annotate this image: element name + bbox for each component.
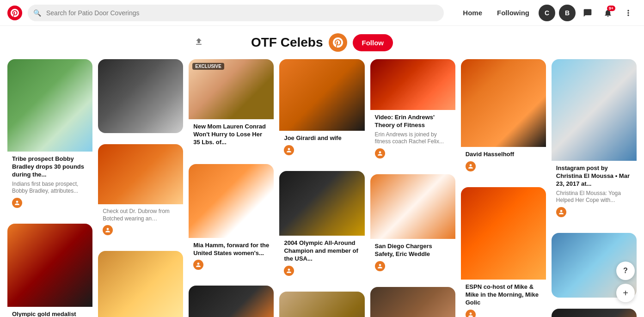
masonry-col-2: EXCLUSIVE New Mom Lauren Conrad Won't Hu… [189,59,274,317]
more-options-icon[interactable] [620,5,637,21]
pin-card[interactable]: Rapper T-Pain [552,309,637,317]
pin-user [284,266,360,276]
masonry-col-0: Tribe prospect Bobby Bradley drops 30 po… [7,59,92,317]
pin-user [284,145,360,155]
masonry-col-5: David Hasselhoff ESPN co-host of Mike & … [461,59,546,317]
pins-grid: Tribe prospect Bobby Bradley drops 30 po… [0,55,644,317]
pin-exclusive-label: EXCLUSIVE [192,63,224,70]
pin-title: David Hasselhoff [466,151,541,158]
pin-avatar [193,260,203,270]
pin-avatar [375,261,385,271]
pin-avatar [375,148,385,158]
board-avatar [329,33,347,52]
pin-title: ESPN co-host of Mike & Mike in the Morni… [466,283,541,307]
search-bar: 🔍 [28,5,444,21]
header-nav: Home Following C B 9+ [457,5,637,21]
pin-card[interactable]: EXCLUSIVE New Mom Lauren Conrad Won't Hu… [189,59,274,153]
pin-avatar [466,161,476,171]
pin-title: New Mom Lauren Conrad Won't Hurry to Los… [193,123,269,146]
pin-card[interactable]: Check out Dr. Dubrow from Botched wearin… [98,144,183,240]
notifications-icon[interactable]: 9+ [600,5,616,21]
pin-card[interactable]: Joe Girardi and wife [279,59,364,160]
pin-title: Tribe prospect Bobby Bradley drops 30 po… [12,155,88,179]
notif-badge: 9+ [607,6,615,11]
pin-sub: Christina El Moussa: Yoga Helped Her Cop… [556,190,632,204]
pin-sub: Check out Dr. Dubrow from Botched wearin… [103,208,178,222]
pin-title: 2004 Olympic All-Around Champion and mem… [284,239,360,263]
pin-user [466,310,541,317]
pin-avatar [103,225,113,235]
masonry-col-3: Joe Girardi and wife 2004 Olympic All-Ar… [279,59,364,317]
pin-avatar [12,198,22,208]
pin-title: Video: Erin Andrews' Theory of Fitness [375,114,451,129]
pin-card[interactable]: David Hasselhoff [461,59,546,176]
pin-user [375,148,451,158]
pin-card[interactable] [98,59,183,133]
pin-card[interactable]: ESPN co-host of Mike & Mike in the Morni… [461,187,546,317]
pin-title: Mia Hamm, forward for the United States … [193,242,269,257]
header: 🔍 Home Following C B 9+ [0,0,644,26]
pin-card[interactable]: andi_dorfman Bachelorette alum Andi Dorf… [98,251,183,317]
pin-title: San Diego Chargers Safety, Eric Weddle [375,243,451,258]
help-button[interactable]: ? [616,262,635,280]
search-input[interactable] [28,5,444,21]
pin-title: Olympic gold medalist Shawn Johnson [12,311,88,317]
nav-home[interactable]: Home [457,5,488,20]
pin-card[interactable]: San Diego Chargers Safety, Eric Weddle [370,174,455,276]
pin-user [375,261,451,271]
pin-card[interactable]: Video: Erin Andrews' Theory of Fitness E… [370,59,455,163]
pin-avatar [284,145,294,155]
pin-user [193,260,269,270]
pinterest-logo[interactable] [7,6,22,20]
pin-title: Joe Girardi and wife [284,134,360,142]
add-button[interactable]: + [616,284,635,302]
search-icon: 🔍 [33,9,41,17]
pin-card[interactable]: Instagram post by Christina El Moussa • … [552,59,637,222]
board-header: OTF Celebs Follow [0,26,644,55]
pin-card[interactable]: Tribe prospect Bobby Bradley drops 30 po… [7,59,92,213]
pin-sub: Indians first base prospect, Bobby Bradl… [12,181,88,195]
masonry-col-1: Check out Dr. Dubrow from Botched wearin… [98,59,183,317]
pin-avatar [284,266,294,276]
pin-card[interactable] [279,292,364,317]
follow-button[interactable]: Follow [353,34,393,51]
messages-icon[interactable] [579,5,596,21]
nav-following[interactable]: Following [491,5,535,20]
pin-card[interactable]: Mia Hamm, forward for the United States … [189,164,274,275]
pin-avatar [466,310,476,317]
pin-sub: Erin Andrews is joined by fitness coach … [375,131,451,146]
upload-icon[interactable] [194,37,203,49]
pin-title: Instagram post by Christina El Moussa • … [556,165,632,188]
pin-user [12,198,88,208]
pin-card[interactable]: MLB All-Star Manny Ramirez [189,286,274,317]
board-title: OTF Celebs [251,35,323,50]
masonry-col-4: Video: Erin Andrews' Theory of Fitness E… [370,59,455,317]
pin-user [466,161,541,171]
nav-initial-b[interactable]: B [559,5,576,21]
nav-initial-c[interactable]: C [539,5,555,21]
pin-user [556,207,632,217]
pin-card[interactable]: 2004 Olympic All-Around Champion and mem… [279,171,364,280]
pin-avatar [556,207,566,217]
pin-card[interactable]: Olympic gold medalist Shawn Johnson [7,224,92,317]
pin-user [103,225,178,235]
pin-card[interactable]: ADELAIDE 36ers captain Adam Gibson has f… [370,287,455,317]
